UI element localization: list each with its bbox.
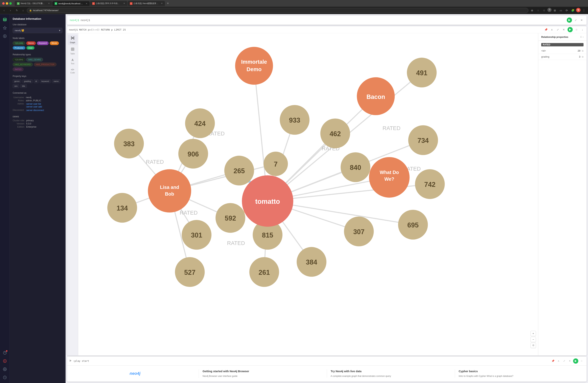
forward-button[interactable]: › (8, 8, 13, 13)
bottom-run-button[interactable] (573, 358, 578, 364)
prop-grading[interactable]: grading (22, 79, 33, 83)
close-button[interactable] (2, 2, 5, 5)
node-immortale[interactable] (235, 47, 273, 85)
profile-icon[interactable]: N (576, 8, 581, 12)
result-header-actions: 📌 ∧ ⤢ ✕ ☆ ↓ (544, 27, 585, 32)
browser-tab-1[interactable]: N Neo4j CQL - DELETE删除_w3c ✕ (15, 1, 52, 6)
node-label-count[interactable]: *(23,339) (13, 41, 25, 45)
bottom-pin-icon[interactable]: 📌 (551, 359, 555, 363)
rel-has-productor-tag[interactable]: HAS_PRODUCTOR (34, 63, 56, 66)
translate-icon[interactable]: ⊕ (529, 8, 535, 13)
graph-canvas[interactable]: RATED RATED RATED RATED RATED RATED RATE… (78, 33, 538, 355)
prop-keyword[interactable]: keyword (40, 79, 51, 83)
tab-text[interactable]: A Text (68, 57, 78, 66)
tab-table[interactable]: Table (68, 46, 78, 56)
maximize-button[interactable] (9, 2, 12, 5)
node-592-label: 592 (225, 214, 236, 222)
close-result-icon[interactable]: ✕ (562, 27, 566, 32)
new-tab-button[interactable]: + (165, 1, 170, 6)
run-query-button[interactable] (567, 18, 572, 23)
prop-genre[interactable]: genre (13, 79, 21, 83)
prop-sim[interactable]: sim (13, 84, 19, 88)
node-462-label: 462 (330, 130, 341, 138)
extensions-icon[interactable]: 🧩 (570, 8, 575, 13)
copy-id-button[interactable]: ⧉ (582, 50, 584, 52)
reload-icon[interactable]: ⟳ (564, 8, 569, 13)
disconnect-link[interactable]: :server disconnect (26, 109, 63, 112)
prop-id[interactable]: id (34, 79, 39, 83)
svg-marker-27 (575, 360, 577, 362)
extension-icon[interactable]: ⊞ (552, 8, 557, 13)
tab1-close[interactable]: ✕ (48, 2, 50, 5)
home-button[interactable]: ⌂ (21, 8, 26, 13)
bottom-bookmark-icon[interactable]: ☆ (579, 359, 584, 363)
node-label-genre[interactable]: Genre (26, 41, 36, 45)
bottom-chevron-up-icon[interactable]: ∧ (556, 359, 561, 363)
browser-tab-4[interactable]: C (1条消息) Neo4j图数据库介绍及... ✕ (128, 1, 165, 6)
refresh-button[interactable]: ↻ (14, 8, 19, 13)
prop-name[interactable]: name (52, 79, 60, 83)
sidebar-item-plugin[interactable] (1, 374, 8, 381)
rel-count-tag[interactable]: *(19,904) (13, 58, 25, 62)
url-bar[interactable]: 🔒 localhost:7474/browser/ (27, 8, 528, 13)
run-result-button[interactable] (567, 27, 573, 32)
menu-icon[interactable]: ⋮ (581, 8, 587, 13)
props-collapse-icon[interactable]: › (583, 35, 584, 38)
tab2-label: neo4j@neo4j://localhost:7687/... (58, 2, 84, 5)
node-label-productor[interactable]: Productor (13, 46, 25, 50)
tab-graph[interactable]: Graph (68, 35, 78, 45)
server-user-add-link[interactable]: :server user add (26, 106, 63, 108)
sidebar-item-help[interactable] (1, 349, 8, 356)
sidebar-icon[interactable]: ▭ (558, 8, 563, 13)
question-icon[interactable]: ? (547, 8, 551, 12)
prop-title[interactable]: title (20, 84, 27, 88)
download-icon[interactable]: ↓ (580, 27, 585, 32)
sidebar-item-favorites[interactable] (1, 25, 8, 31)
bottom-close-icon[interactable]: ✕ (567, 359, 572, 363)
svg-line-17 (72, 37, 72, 38)
rel-has-genre-tag[interactable]: HAS_GENRE (26, 58, 43, 62)
node-bacon-label: Bacon (366, 93, 385, 100)
tab2-close[interactable]: ✕ (86, 2, 87, 5)
node-label-movie[interactable]: Movie (50, 41, 59, 45)
server-user-list-link[interactable]: :server user list (26, 103, 63, 105)
zoom-in-button[interactable]: + (531, 331, 536, 336)
result-header: neo4j$ MATCH p=()—→() RETURN p LIMIT 25 … (67, 26, 587, 33)
bookmark-result-icon[interactable]: ☆ (574, 27, 579, 32)
svg-point-14 (74, 37, 74, 37)
bookmark-icon[interactable]: ☆ (541, 8, 547, 13)
pin-icon[interactable]: 📌 (544, 27, 548, 32)
close-query-icon[interactable]: ✕ (579, 18, 584, 22)
database-selector[interactable]: neo4j 🐱 ▾ (13, 28, 63, 33)
share-icon[interactable]: ↑ (535, 8, 541, 13)
minimize-button[interactable] (6, 2, 8, 5)
expand-result-icon[interactable]: ⤢ (556, 27, 560, 32)
tab4-close[interactable]: ✕ (161, 2, 163, 5)
copy-grading-button[interactable]: ⧉ (582, 56, 584, 58)
rel-rated-tag[interactable]: RATED (13, 67, 23, 71)
sidebar-item-disconnect[interactable] (1, 358, 8, 364)
node-label-user[interactable]: User (26, 46, 35, 50)
tab3-close[interactable]: ✕ (123, 2, 125, 5)
browser-tab-2[interactable]: N neo4j@neo4j://localhost:7687/... ✕ (52, 1, 90, 6)
query-input[interactable] (81, 19, 567, 21)
sidebar-item-play[interactable] (1, 33, 8, 40)
sidebar-item-database[interactable] (1, 16, 8, 23)
bottom-expand-icon[interactable]: ⤢ (562, 359, 567, 363)
rel-has-keyword-tag[interactable]: HAS_KEYWORD (13, 63, 33, 66)
zoom-out-button[interactable]: − (531, 337, 536, 342)
props-info-icon[interactable]: ℹ (581, 36, 582, 38)
sidebar-item-settings[interactable] (1, 366, 8, 373)
svg-point-15 (71, 39, 72, 39)
back-button[interactable]: ‹ (1, 8, 7, 13)
props-title: Relationship properties (541, 36, 568, 38)
node-label-keyword[interactable]: Keyword (37, 41, 49, 45)
expand-icon[interactable]: ⤢ (573, 18, 578, 22)
result-content: Graph (67, 33, 587, 355)
browser-tab-3[interactable]: C (1条消息) 阿牛大牛中的博客_CS... ✕ (90, 1, 127, 6)
property-keys-title: Property keys (13, 75, 63, 78)
node-lisa[interactable] (148, 169, 191, 212)
chevron-up-icon[interactable]: ∧ (550, 27, 554, 32)
fit-graph-button[interactable]: ⊡ (531, 343, 536, 348)
tab-code[interactable]: </> Code (68, 67, 78, 75)
